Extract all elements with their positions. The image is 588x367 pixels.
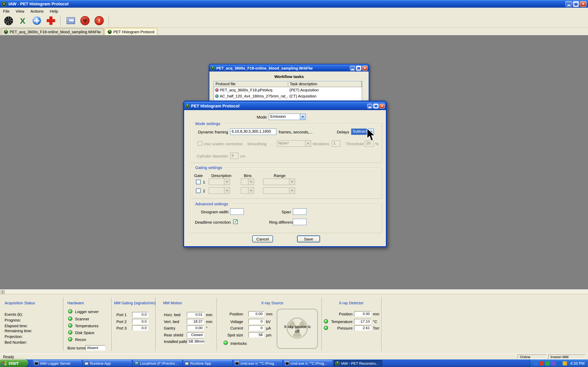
- gate1-checkbox[interactable]: [196, 180, 201, 184]
- smoothing-combo: None*: [277, 140, 311, 147]
- toolbar-save-button[interactable]: [65, 15, 77, 26]
- workflow-minimize-button[interactable]: [350, 66, 355, 71]
- chevron-down-icon[interactable]: [300, 114, 305, 120]
- ring-difference-input[interactable]: [293, 219, 307, 225]
- horz-bed-value: 0.01: [187, 312, 204, 317]
- recon-label: Recon: [75, 338, 86, 342]
- rear-shield-value: Closed: [187, 332, 204, 338]
- tab-workflow[interactable]: PET_acq_3600s_F18-online_blood_sampling.…: [1, 28, 104, 35]
- taskbar-item-cmd-1[interactable]: cmd.exe /c ""C:\Prog...: [233, 360, 282, 366]
- menu-actions[interactable]: Actions: [27, 8, 47, 14]
- taskbar-item-runtime-app-1[interactable]: Runtime App: [83, 360, 132, 366]
- menu-help[interactable]: Help: [47, 8, 61, 14]
- task-description-cell: (CT) Acquisition: [288, 94, 316, 98]
- tray-display-icon[interactable]: [534, 361, 538, 365]
- port2-label: Port 2: [116, 320, 127, 324]
- gate-header: Gate: [194, 173, 203, 178]
- gate2-checkbox[interactable]: [196, 188, 201, 193]
- toolbar-abort-button[interactable]: !: [93, 15, 105, 26]
- toolbar-xray-button[interactable]: ☢: [79, 15, 91, 26]
- dialog-minimize-button[interactable]: [367, 103, 372, 108]
- smoothing-label: Smoothing: [240, 142, 267, 146]
- dialog-maximize-button[interactable]: [373, 103, 379, 108]
- app-window-icon: [85, 361, 88, 365]
- mode-combo[interactable]: Emission: [269, 114, 306, 120]
- disk-space-led: [68, 330, 72, 334]
- tray-alert-icon[interactable]: [540, 361, 544, 365]
- save-button[interactable]: Save: [297, 235, 320, 242]
- span-input[interactable]: [293, 208, 307, 215]
- spot-size-unit: µm: [266, 333, 271, 337]
- gate1-number: 1: [203, 180, 205, 184]
- dynamic-framing-input[interactable]: 6,10,8,30,5,300,1,1800: [230, 128, 277, 135]
- excel-export-icon: X: [20, 17, 25, 25]
- tray-app-blue-icon[interactable]: [557, 361, 561, 365]
- events-label: Events (k):: [5, 312, 23, 317]
- mm-gating-title: MM Gating (signals/min): [114, 301, 156, 305]
- start-button[interactable]: start: [0, 359, 28, 367]
- port1-value: 0.0: [132, 312, 148, 317]
- tray-app-yellow-icon[interactable]: [563, 361, 567, 365]
- workflow-maximize-button[interactable]: [356, 66, 361, 71]
- panel-divider: [217, 297, 217, 351]
- vert-bed-unit: mm: [206, 320, 212, 324]
- app-icon: [1, 1, 7, 6]
- cancel-button[interactable]: Cancel: [252, 235, 273, 242]
- scanner-label: Scanner: [75, 317, 89, 321]
- menu-bar: File View Actions Help: [0, 8, 588, 14]
- pet-histogram-dialog: PET Histogram Protocol Mode Emission Mod…: [183, 100, 387, 247]
- dialog-close-button[interactable]: [379, 103, 385, 108]
- window-title: IAW - PET Histogram Protocol: [9, 1, 69, 6]
- tray-app-purple-icon[interactable]: [551, 361, 555, 365]
- chevron-down-icon: [289, 188, 295, 193]
- chevron-down-icon: [224, 188, 230, 193]
- mode-label: Mode: [242, 115, 267, 119]
- current-label: Current: [220, 326, 243, 330]
- menu-view[interactable]: View: [13, 8, 27, 14]
- menu-file[interactable]: File: [0, 8, 13, 14]
- toolbar-export-button[interactable]: X: [17, 15, 29, 26]
- table-row[interactable]: PET_acq_3600s_F18.pPetAcq (PET) Acquisit…: [214, 87, 362, 93]
- dynamic-framing-label: Dynamic framing: [193, 130, 228, 134]
- maximize-button[interactable]: [573, 1, 579, 7]
- column-header-protocol-file[interactable]: Protocol file: [214, 81, 288, 87]
- table-row[interactable]: AC_half_120_4x4_180ms_275mm_rat_J5... (C…: [214, 93, 362, 99]
- workflow-window-title: PET_acq_3600s_F18-online_blood_sampling.…: [216, 66, 312, 70]
- temperatures-led: [68, 323, 72, 328]
- taskbar-item-iaw-reconstruction[interactable]: IAW - PET Reconstru...: [334, 360, 382, 366]
- port2-value: 0.0: [132, 319, 148, 324]
- taskbar-item-logger-server[interactable]: IAW Logger Server: [33, 360, 82, 366]
- mm-gating-section: MM Gating (signals/min) Port 1 0.0 Port …: [113, 294, 154, 354]
- tab-pet-histogram[interactable]: PET Histogram Protocol: [105, 28, 157, 35]
- taskbar-item-runtime-app-2[interactable]: Runtime App: [183, 360, 232, 366]
- column-header-task-description[interactable]: Task description: [288, 81, 362, 87]
- acquisition-status-title: Acquisition Status: [5, 301, 35, 305]
- panel-divider: [381, 297, 382, 351]
- radiation-icon: ☢: [80, 16, 90, 25]
- toolbar-add-button[interactable]: [45, 15, 57, 26]
- gate2-description-combo: [209, 187, 230, 194]
- dialog-titlebar[interactable]: PET Histogram Protocol: [184, 102, 386, 110]
- workflow-close-button[interactable]: [362, 66, 367, 71]
- tray-status-green-icon[interactable]: [545, 361, 550, 365]
- port1-label: Port 1: [116, 313, 127, 317]
- minimize-button[interactable]: [565, 1, 572, 7]
- toolbar-scanner-button[interactable]: [31, 15, 43, 26]
- source-position-value: 0.00: [249, 311, 264, 317]
- deadtime-correction-checkbox[interactable]: [233, 219, 238, 224]
- gate2-number: 2: [203, 188, 205, 193]
- workflow-titlebar[interactable]: PET_acq_3600s_F18-online_blood_sampling.…: [209, 65, 369, 72]
- taskbar-item-localhost[interactable]: LocalHost (F:\Preclini...: [133, 360, 182, 366]
- voltage-value: 0: [249, 319, 264, 324]
- sinogram-width-label: Sinogram width: [199, 209, 229, 214]
- gate2-range-combo: [263, 187, 295, 194]
- mouse-cursor: [367, 128, 376, 142]
- close-button[interactable]: [580, 1, 587, 7]
- toolbar-histogram-button[interactable]: [2, 15, 15, 26]
- panel-close-button[interactable]: ×: [1, 290, 5, 294]
- taskbar-item-cmd-2[interactable]: cmd.exe /c ""C:\Prog...: [284, 360, 332, 366]
- scanner-led: [68, 317, 72, 321]
- sinogram-width-input[interactable]: [230, 208, 244, 215]
- use-scatter-checkbox[interactable]: [198, 141, 202, 146]
- progress-label: Progress:: [5, 318, 21, 322]
